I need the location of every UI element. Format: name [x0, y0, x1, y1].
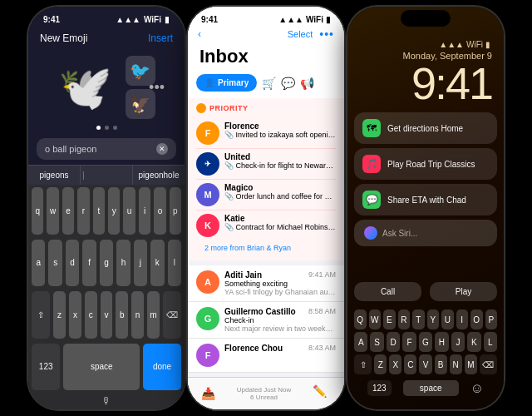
priority-email-4[interactable]: K Katie 📎 Contract for Michael Robinson'…	[196, 210, 336, 240]
key-s[interactable]: s	[48, 240, 62, 287]
key-n[interactable]: n	[131, 291, 144, 339]
rkey-q[interactable]: Q	[354, 310, 367, 329]
rkey-p[interactable]: P	[485, 310, 498, 329]
rkey-m[interactable]: M	[465, 354, 477, 374]
insert-button[interactable]: Insert	[148, 32, 173, 44]
rkey-num[interactable]: 123	[367, 380, 392, 396]
select-button[interactable]: Select	[288, 29, 313, 39]
more-options-button[interactable]: •••	[319, 27, 334, 41]
rkey-a[interactable]: A	[354, 332, 367, 352]
rkey-s[interactable]: S	[370, 332, 383, 352]
more-button[interactable]: •••	[149, 79, 165, 97]
key-q[interactable]: q	[32, 187, 43, 235]
siri-search-bar[interactable]: Ask Siri...	[354, 220, 497, 246]
email-guillermo[interactable]: G Guillermo Castillo 8:58 AM Check-in Ne…	[188, 302, 344, 339]
rkey-l[interactable]: L	[484, 332, 497, 352]
tab-promo[interactable]: 📢	[300, 77, 314, 90]
widget-directions[interactable]: 🗺 Get directions Home	[354, 112, 497, 144]
tab-chat[interactable]: 💬	[281, 77, 295, 90]
compose-button[interactable]: ✏️	[313, 384, 331, 403]
nav-back-button[interactable]: ‹	[198, 28, 201, 40]
key-b[interactable]: b	[116, 291, 128, 339]
rkey-d[interactable]: D	[387, 332, 400, 352]
siri-widgets: 🗺 Get directions Home 🎵 Play Road Trip C…	[347, 106, 504, 282]
rkey-w[interactable]: W	[369, 310, 382, 329]
email-aditi[interactable]: A Aditi Jain 9:41 AM Something exciting …	[188, 265, 344, 302]
key-v[interactable]: v	[101, 291, 113, 339]
rkey-g[interactable]: G	[419, 332, 432, 352]
key-j[interactable]: j	[134, 240, 147, 287]
rkey-r[interactable]: R	[398, 310, 411, 329]
key-shift[interactable]: ⇧	[32, 291, 50, 339]
email-florence-chou[interactable]: F Florence Chou 8:43 AM	[188, 339, 344, 373]
rkey-space[interactable]: space	[403, 380, 459, 396]
widget-music-text: Play Road Trip Classics	[387, 160, 475, 169]
search-clear-button[interactable]: ✕	[156, 143, 168, 155]
key-l[interactable]: l	[168, 240, 181, 287]
call-button[interactable]: Call	[354, 282, 421, 301]
key-t[interactable]: t	[93, 187, 105, 235]
rkey-v[interactable]: V	[419, 354, 431, 374]
right-key-row-2: A S D F G H J K L	[354, 332, 497, 352]
widget-music[interactable]: 🎵 Play Road Trip Classics	[354, 148, 497, 180]
key-y[interactable]: y	[108, 187, 120, 235]
rkey-n[interactable]: N	[450, 354, 462, 374]
key-done[interactable]: done	[143, 344, 181, 391]
priority-icon	[196, 103, 206, 113]
rkey-y[interactable]: Y	[427, 310, 440, 329]
rkey-h[interactable]: H	[435, 332, 448, 352]
emoji-search-text: o ball pigeon	[45, 144, 96, 154]
key-delete[interactable]: ⌫	[163, 291, 181, 339]
key-k[interactable]: k	[150, 240, 164, 287]
key-u[interactable]: u	[123, 187, 135, 235]
rkey-k[interactable]: K	[467, 332, 480, 352]
priority-email-3[interactable]: M Magico 📎 Order lunch and coffee for Ne…	[196, 180, 336, 210]
key-r[interactable]: r	[77, 187, 89, 235]
key-m[interactable]: m	[147, 291, 160, 339]
key-i[interactable]: i	[139, 187, 150, 235]
mailbox-icon[interactable]: 📥	[201, 387, 215, 400]
rkey-o[interactable]: O	[470, 310, 483, 329]
key-g[interactable]: g	[100, 240, 113, 287]
key-space[interactable]: space	[63, 344, 140, 391]
more-emails-link[interactable]: 2 more from Brian & Ryan	[196, 240, 336, 255]
rkey-z[interactable]: Z	[374, 354, 387, 374]
key-o[interactable]: o	[154, 187, 165, 235]
bottom-toolbar: 📥 Updated Just Now 6 Unread ✏️	[188, 377, 344, 409]
suggestion-pigeonhole[interactable]: pigeonhole	[133, 166, 185, 185]
priority-email-1[interactable]: F Florence 📎 Invited to izakaya soft ope…	[196, 118, 336, 149]
rkey-b[interactable]: B	[435, 354, 447, 374]
rkey-i[interactable]: I	[456, 310, 469, 329]
widget-messages[interactable]: 💬 Share ETA with Chad	[354, 184, 497, 215]
tab-shopping[interactable]: 🛒	[262, 77, 276, 90]
key-f[interactable]: f	[82, 240, 96, 287]
rkey-e[interactable]: E	[383, 310, 396, 329]
key-num[interactable]: 123	[32, 344, 60, 391]
rkey-t[interactable]: T	[412, 310, 425, 329]
play-button[interactable]: Play	[430, 282, 497, 301]
key-c[interactable]: c	[85, 291, 97, 339]
key-a[interactable]: a	[32, 240, 45, 287]
suggestion-pigeons[interactable]: pigeons	[28, 166, 81, 185]
key-x[interactable]: x	[69, 291, 81, 339]
rkey-f[interactable]: F	[402, 332, 416, 352]
priority-email-2[interactable]: ✈ United 📎 Check-in for flight to Newark…	[196, 149, 336, 180]
key-d[interactable]: d	[66, 240, 79, 287]
rkey-shift[interactable]: ⇧	[354, 354, 372, 374]
key-e[interactable]: e	[62, 187, 74, 235]
rkey-delete[interactable]: ⌫	[480, 354, 497, 374]
rkey-u[interactable]: U	[441, 310, 454, 329]
email-preview-guillermo: Next major review in two weeks. Schedule…	[224, 324, 336, 333]
left-keyboard: q w e r t y u i o p a s d f g h	[28, 185, 185, 409]
key-z[interactable]: z	[53, 291, 66, 339]
key-w[interactable]: w	[47, 187, 58, 235]
key-h[interactable]: h	[116, 240, 130, 287]
rkey-c[interactable]: C	[404, 354, 416, 374]
right-wifi-icon: WiFi	[466, 40, 483, 49]
tab-primary[interactable]: 👤 Primary	[196, 74, 257, 92]
key-p[interactable]: p	[170, 187, 181, 235]
rkey-j[interactable]: J	[451, 332, 465, 352]
avatar-florence-chou: F	[196, 344, 219, 367]
emoji-search-bar[interactable]: o ball pigeon ✕	[37, 138, 176, 160]
rkey-x[interactable]: X	[389, 354, 401, 374]
